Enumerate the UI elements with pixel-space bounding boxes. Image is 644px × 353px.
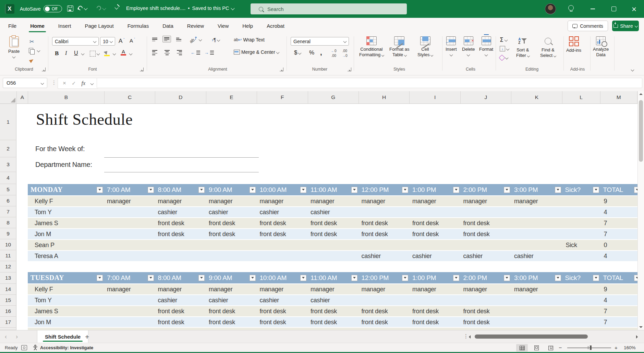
sheet-tab-shift-schedule[interactable]: Shift Schedule: [37, 330, 88, 343]
borders-button[interactable]: [90, 51, 99, 57]
employee-name-cell[interactable]: James S: [28, 218, 104, 228]
shift-cell[interactable]: [257, 240, 308, 250]
shrink-font-button[interactable]: Aˇ: [130, 38, 135, 44]
shift-cell[interactable]: front desk: [359, 218, 410, 228]
shift-cell[interactable]: manager: [104, 196, 155, 206]
save-icon[interactable]: [67, 5, 73, 12]
sick-cell[interactable]: [562, 207, 600, 217]
column-header-H[interactable]: H: [359, 91, 410, 104]
shift-cell[interactable]: manager: [308, 196, 359, 206]
week-of-field[interactable]: [104, 157, 259, 158]
shift-cell[interactable]: front desk: [461, 317, 512, 327]
column-header-J[interactable]: J: [461, 91, 511, 104]
employee-name-cell[interactable]: Kelly F: [28, 196, 104, 206]
shift-cell[interactable]: [511, 240, 562, 250]
shift-cell[interactable]: manager: [308, 284, 359, 294]
sheet-title[interactable]: Shift Schedule: [36, 110, 133, 129]
shift-cell[interactable]: front desk: [410, 306, 461, 316]
employee-name-cell[interactable]: Sean P: [28, 240, 104, 250]
shift-cell[interactable]: cashier: [206, 295, 257, 305]
shift-cell[interactable]: [257, 251, 308, 261]
time-header[interactable]: 7:00 AM: [104, 272, 155, 283]
shift-cell[interactable]: [511, 218, 562, 228]
clear-button[interactable]: [500, 56, 508, 60]
sick-cell[interactable]: [562, 229, 600, 239]
shift-cell[interactable]: [511, 295, 562, 305]
row-header-15[interactable]: 15: [0, 295, 16, 306]
time-header[interactable]: 7:00 AM: [104, 184, 155, 195]
row-header-9[interactable]: 9: [0, 228, 16, 239]
align-right-button[interactable]: [177, 50, 182, 55]
time-header[interactable]: 8:00 AM: [155, 184, 206, 195]
format-cells-button[interactable]: Format: [479, 36, 493, 56]
close-button[interactable]: ×: [624, 0, 644, 18]
shift-cell[interactable]: [461, 295, 512, 305]
shift-cell[interactable]: [511, 317, 562, 327]
time-header[interactable]: 1:00 PM: [410, 184, 461, 195]
page-layout-view-button[interactable]: [531, 344, 542, 352]
total-cell[interactable]: 7: [600, 306, 638, 316]
sick-cell[interactable]: [562, 284, 600, 294]
filter-button[interactable]: [250, 187, 256, 193]
department-label[interactable]: Department Name:: [35, 161, 92, 169]
column-header-I[interactable]: I: [410, 91, 460, 104]
normal-view-button[interactable]: [516, 344, 528, 352]
total-cell[interactable]: 4: [600, 207, 638, 217]
employee-name-cell[interactable]: Jon M: [28, 229, 104, 239]
row-header-1[interactable]: 1: [0, 104, 16, 140]
column-header-D[interactable]: D: [155, 91, 206, 104]
analyze-data-button[interactable]: AnalyzeData: [593, 36, 609, 57]
align-left-button[interactable]: [152, 50, 157, 55]
employee-name-cell[interactable]: Teresa A: [28, 251, 104, 261]
avatar[interactable]: [545, 3, 556, 14]
shift-cell[interactable]: cashier: [308, 207, 359, 217]
time-header[interactable]: 12:00 PM: [359, 272, 410, 283]
shift-cell[interactable]: [308, 240, 359, 250]
comma-style-button[interactable]: ,: [320, 49, 322, 57]
shift-cell[interactable]: front desk: [206, 317, 257, 327]
shift-cell[interactable]: front desk: [206, 218, 257, 228]
redo-button[interactable]: [97, 6, 106, 10]
merge-center-button[interactable]: Merge & Center: [234, 49, 279, 55]
shift-cell[interactable]: manager: [155, 284, 206, 294]
shift-cell[interactable]: [308, 251, 359, 261]
column-header-L[interactable]: L: [562, 91, 600, 104]
shift-cell[interactable]: cashier: [257, 207, 308, 217]
total-header[interactable]: TOTAL: [600, 272, 638, 283]
font-family-select[interactable]: Calibri: [52, 37, 99, 46]
shift-cell[interactable]: front desk: [257, 229, 308, 239]
total-cell[interactable]: 9: [600, 196, 638, 206]
shift-cell[interactable]: manager: [155, 196, 206, 206]
filter-button[interactable]: [453, 275, 459, 281]
shift-cell[interactable]: [104, 306, 155, 316]
shift-cell[interactable]: [104, 251, 155, 261]
page-break-view-button[interactable]: [545, 344, 557, 352]
delete-cells-button[interactable]: × Delete: [462, 36, 475, 56]
shift-cell[interactable]: manager: [206, 284, 257, 294]
filter-button[interactable]: [504, 275, 510, 281]
paste-button[interactable]: Paste: [8, 36, 20, 58]
shift-cell[interactable]: front desk: [461, 229, 512, 239]
shift-cell[interactable]: cashier: [461, 251, 512, 261]
ribbon-tab-help[interactable]: Help: [242, 22, 254, 30]
find-select-button[interactable]: Find & Select: [540, 36, 556, 58]
shift-cell[interactable]: cashier: [410, 251, 461, 261]
shift-cell[interactable]: [359, 207, 410, 217]
sick-cell[interactable]: [562, 295, 600, 305]
chevron-down-icon[interactable]: [113, 52, 116, 56]
spreadsheet-grid[interactable]: Shift Schedule For the Week of: Departme…: [16, 104, 637, 330]
increase-indent-button[interactable]: →: [204, 50, 214, 55]
fill-color-button[interactable]: [104, 49, 110, 56]
filter-button[interactable]: [555, 275, 561, 281]
employee-name-cell[interactable]: Tom Y: [28, 207, 104, 217]
underline-button[interactable]: U: [74, 50, 78, 56]
ribbon-tab-insert[interactable]: Insert: [58, 22, 72, 30]
shift-cell[interactable]: [104, 218, 155, 228]
time-header[interactable]: 9:00 AM: [206, 184, 257, 195]
shift-cell[interactable]: manager: [257, 196, 308, 206]
filter-button[interactable]: [148, 275, 154, 281]
sort-filter-button[interactable]: AZ Sort & Filter: [516, 36, 530, 58]
row-header-14[interactable]: 14: [0, 284, 16, 295]
number-format-select[interactable]: General: [291, 37, 349, 46]
time-header[interactable]: 2:00 PM: [461, 184, 512, 195]
